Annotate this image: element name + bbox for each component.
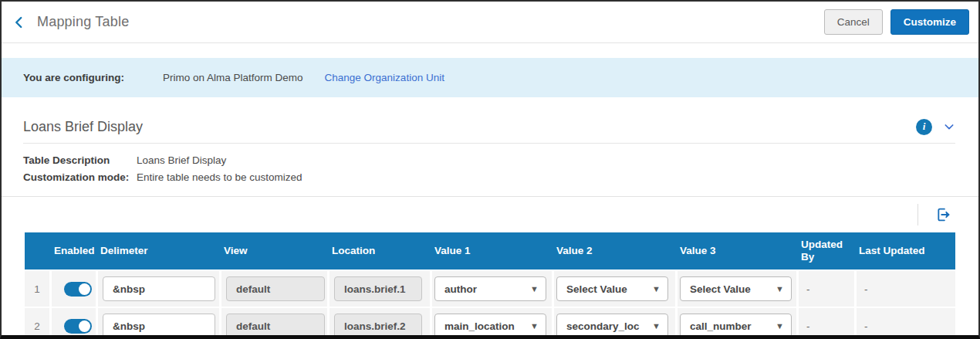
value3-dropdown[interactable]: call_number ▼	[680, 314, 792, 338]
enabled-cell	[49, 308, 96, 339]
mapping-table: Enabled Delimeter View Location Value 1 …	[25, 232, 955, 339]
updated-by-cell: -	[796, 271, 854, 307]
customize-button[interactable]: Customize	[890, 9, 969, 35]
caret-down-icon: ▼	[649, 284, 667, 293]
back-icon[interactable]	[9, 12, 29, 32]
cancel-button[interactable]: Cancel	[824, 9, 883, 35]
enabled-toggle[interactable]	[64, 282, 92, 297]
export-icon[interactable]	[935, 206, 952, 223]
dropdown-value: secondary_loc	[566, 320, 649, 332]
updated-by-cell: -	[796, 308, 854, 339]
table-description-label: Table Description	[23, 153, 137, 168]
column-header-last-updated: Last Updated	[854, 245, 955, 257]
location-cell: loans.brief.1	[327, 271, 430, 307]
delimeter-cell: &nbsp	[96, 308, 219, 339]
last-updated-cell: -	[854, 271, 955, 307]
value3-cell: Select Value ▼	[675, 271, 796, 307]
caret-down-icon: ▼	[772, 321, 791, 331]
dropdown-value: Select Value	[566, 283, 649, 295]
customization-mode-value: Entire table needs to be customized	[137, 170, 302, 185]
column-header-value1: Value 1	[430, 245, 552, 257]
column-header-updated-by: Updated By	[796, 239, 854, 263]
table-row: 2 &nbsp default loans.brief.2 main_locat…	[25, 308, 955, 339]
delimeter-input[interactable]: &nbsp	[103, 314, 215, 338]
delimeter-cell: &nbsp	[96, 271, 219, 307]
caret-down-icon: ▼	[649, 321, 667, 331]
column-header-location: Location	[327, 245, 430, 257]
delimeter-input[interactable]: &nbsp	[103, 276, 215, 301]
chevron-down-icon[interactable]	[943, 120, 955, 133]
value2-dropdown[interactable]: secondary_loc ▼	[556, 314, 668, 338]
dropdown-value: call_number	[690, 320, 772, 332]
value2-dropdown[interactable]: Select Value ▼	[556, 276, 668, 301]
table-row: 1 &nbsp default loans.brief.1 author ▼ S…	[25, 271, 955, 307]
section-header: Loans Brief Display i	[2, 110, 978, 143]
location-field: loans.brief.1	[334, 276, 422, 301]
value3-cell: call_number ▼	[675, 308, 796, 339]
toggle-knob	[79, 283, 90, 295]
value1-dropdown[interactable]: author ▼	[434, 276, 546, 301]
configuring-label: You are configuring:	[23, 72, 124, 83]
customization-mode-label: Customization mode:	[23, 170, 137, 185]
view-field: default	[226, 276, 325, 301]
column-header-enabled: Enabled	[49, 245, 96, 257]
location-field: loans.brief.2	[334, 314, 422, 338]
info-icon[interactable]: i	[916, 119, 932, 135]
table-header-row: Enabled Delimeter View Location Value 1 …	[25, 232, 955, 270]
table-description-value: Loans Brief Display	[137, 153, 226, 168]
caret-down-icon: ▼	[527, 321, 546, 331]
dropdown-value: author	[444, 283, 527, 295]
value2-cell: secondary_loc ▼	[552, 308, 675, 339]
column-header-value2: Value 2	[552, 245, 675, 257]
row-number: 2	[25, 308, 49, 339]
location-cell: loans.brief.2	[327, 308, 430, 339]
section-title: Loans Brief Display	[23, 119, 916, 135]
view-cell: default	[219, 271, 327, 307]
table-toolbar	[2, 197, 978, 232]
view-cell: default	[219, 308, 327, 339]
dropdown-value: Select Value	[690, 283, 772, 295]
page-title: Mapping Table	[37, 14, 129, 30]
view-field: default	[226, 314, 325, 338]
toggle-knob	[79, 320, 90, 332]
column-header-view: View	[219, 245, 327, 257]
row-number: 1	[25, 271, 49, 307]
configuring-bar: You are configuring: Primo on Alma Platf…	[2, 58, 978, 97]
value2-cell: Select Value ▼	[552, 271, 675, 307]
value3-dropdown[interactable]: Select Value ▼	[680, 276, 792, 301]
enabled-cell	[49, 271, 96, 307]
caret-down-icon: ▼	[772, 284, 791, 293]
section-description: Table Description Loans Brief Display Cu…	[2, 144, 978, 197]
enabled-toggle[interactable]	[64, 319, 92, 334]
dropdown-value: main_location	[444, 320, 527, 332]
organization-unit-value: Primo on Alma Platform Demo	[163, 72, 303, 83]
column-header-value3: Value 3	[675, 245, 796, 257]
value1-cell: main_location ▼	[430, 308, 552, 339]
last-updated-cell: -	[854, 308, 955, 339]
column-header-delimeter: Delimeter	[96, 245, 219, 257]
change-organization-unit-link[interactable]: Change Organization Unit	[325, 72, 444, 83]
value1-dropdown[interactable]: main_location ▼	[434, 314, 546, 338]
top-bar: Mapping Table Cancel Customize	[2, 2, 978, 43]
value1-cell: author ▼	[430, 271, 552, 307]
toolbar-divider	[917, 204, 918, 225]
caret-down-icon: ▼	[527, 284, 546, 293]
